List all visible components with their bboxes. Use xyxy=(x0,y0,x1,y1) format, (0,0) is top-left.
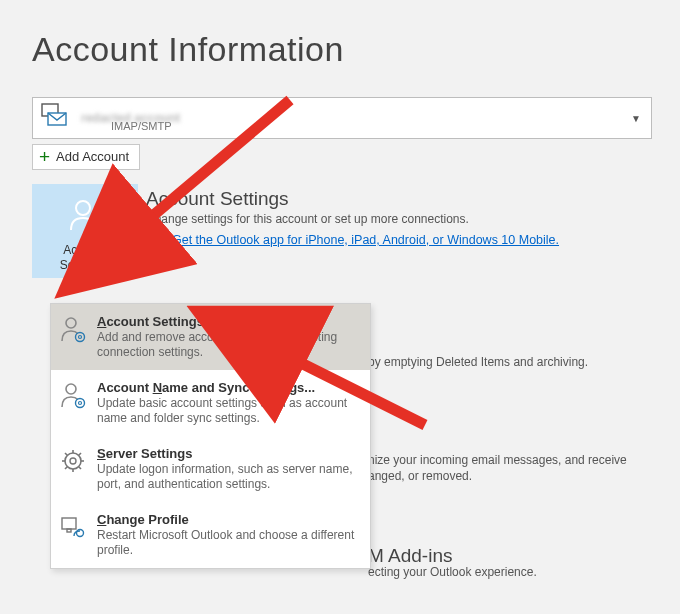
addins-partial: M Add-ins ecting your Outlook experience… xyxy=(368,548,537,580)
svg-point-16 xyxy=(66,384,76,394)
section-heading: Account Settings xyxy=(146,188,559,210)
section-subtext: Change settings for this account or set … xyxy=(146,212,559,226)
page-title: Account Information xyxy=(32,30,670,69)
svg-point-13 xyxy=(66,318,76,328)
menu-item-title: Server Settings xyxy=(97,446,364,461)
menu-item-desc: Update basic account settings such as ac… xyxy=(97,396,364,426)
mail-icon xyxy=(39,102,69,134)
svg-line-27 xyxy=(79,453,81,455)
rules-partial: nize your incoming email messages, and r… xyxy=(368,452,627,484)
account-settings-dropdown: Account Settings... Add and remove accou… xyxy=(50,303,371,569)
svg-point-14 xyxy=(76,333,85,342)
menu-item-account-name-sync[interactable]: Account Name and Sync Settings... Update… xyxy=(51,370,370,436)
change-profile-icon xyxy=(59,512,89,558)
svg-line-9 xyxy=(90,219,91,220)
svg-point-2 xyxy=(76,201,90,215)
menu-item-title: Account Settings... xyxy=(97,314,364,329)
menu-item-desc: Update logon information, such as server… xyxy=(97,462,364,492)
person-gear-icon xyxy=(65,223,105,237)
chevron-down-icon: ▾ xyxy=(105,261,110,271)
chevron-down-icon: ▼ xyxy=(631,113,641,124)
menu-item-title: Change Profile xyxy=(97,512,364,527)
person-gear-icon xyxy=(59,314,89,360)
plus-icon: + xyxy=(39,150,50,164)
menu-item-server-settings[interactable]: Server Settings Update logon information… xyxy=(51,436,370,502)
get-outlook-app-link[interactable]: Get the Outlook app for iPhone, iPad, An… xyxy=(172,233,559,247)
svg-rect-30 xyxy=(67,529,71,532)
svg-rect-29 xyxy=(62,518,76,529)
svg-line-26 xyxy=(79,467,81,469)
account-settings-section: Account Settings Change settings for thi… xyxy=(146,184,559,248)
add-account-button[interactable]: + Add Account xyxy=(32,144,140,170)
svg-line-28 xyxy=(65,467,67,469)
account-dropdown[interactable]: redacted account IMAP/SMTP ▼ xyxy=(32,97,652,139)
menu-item-title: Account Name and Sync Settings... xyxy=(97,380,364,395)
menu-item-desc: Restart Microsoft Outlook and choose a d… xyxy=(97,528,364,558)
svg-line-12 xyxy=(90,228,91,229)
svg-point-19 xyxy=(65,453,81,469)
svg-line-11 xyxy=(99,219,100,220)
menu-item-account-settings[interactable]: Account Settings... Add and remove accou… xyxy=(51,304,370,370)
menu-item-desc: Add and remove accounts or change existi… xyxy=(97,330,364,360)
gear-icon xyxy=(59,446,89,492)
menu-item-change-profile[interactable]: Change Profile Restart Microsoft Outlook… xyxy=(51,502,370,568)
account-settings-button-label: Account Settings▾ xyxy=(32,243,138,274)
svg-point-20 xyxy=(70,458,76,464)
mailbox-settings-partial: by emptying Deleted Items and archiving. xyxy=(368,354,588,370)
add-account-label: Add Account xyxy=(56,149,129,164)
svg-line-25 xyxy=(65,453,67,455)
svg-point-17 xyxy=(76,399,85,408)
svg-line-10 xyxy=(99,228,100,229)
person-gear-icon xyxy=(59,380,89,426)
account-protocol: IMAP/SMTP xyxy=(111,120,172,132)
account-settings-button[interactable]: Account Settings▾ xyxy=(32,184,138,278)
